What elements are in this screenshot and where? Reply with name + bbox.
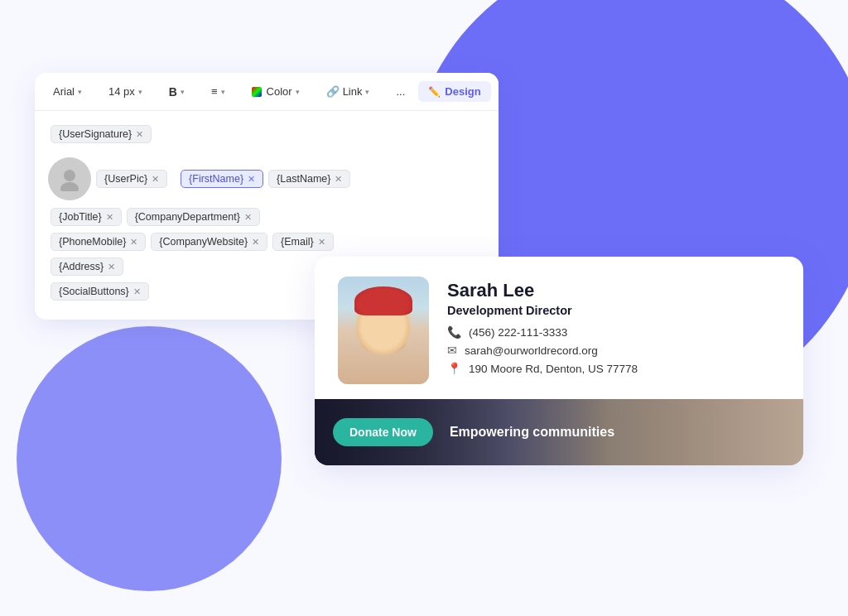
phone-icon: 📞: [447, 325, 461, 339]
align-chevron: ▾: [221, 88, 225, 96]
preview-email-value: sarah@ourworldrecord.org: [465, 344, 598, 357]
preview-photo-inner: [338, 277, 429, 384]
preview-banner: Donate Now Empowering communities: [315, 399, 803, 465]
preview-top: Sarah Lee Development Director 📞 (456) 2…: [338, 277, 780, 384]
more-button[interactable]: ...: [389, 82, 412, 101]
font-size-chevron: ▾: [138, 88, 142, 96]
company-website-tag[interactable]: {CompanyWebsite} ✕: [151, 233, 267, 251]
company-website-tag-label: {CompanyWebsite}: [159, 236, 248, 248]
font-size-label: 14 px: [108, 85, 135, 98]
bold-chevron: ▾: [181, 88, 185, 96]
bold-button[interactable]: B ▾: [162, 82, 191, 102]
phone-mobile-tag[interactable]: {PhoneMobile} ✕: [51, 233, 146, 251]
email-icon: ✉: [447, 344, 457, 357]
avatar-icon: [57, 166, 82, 191]
font-family-label: Arial: [53, 85, 75, 98]
first-name-tag-label: {FirstName}: [189, 173, 243, 185]
preview-name: Sarah Lee: [447, 280, 780, 301]
email-tag-label: {Email}: [281, 236, 314, 248]
address-close-icon[interactable]: ✕: [108, 262, 115, 272]
color-label: Color: [267, 85, 292, 98]
user-signature-tag-label: {UserSignature}: [59, 128, 132, 140]
last-name-tag-label: {LastName}: [277, 173, 330, 185]
user-pic-group: {UserPic} ✕: [48, 157, 170, 200]
job-title-tag[interactable]: {JobTitle} ✕: [51, 208, 122, 226]
last-name-tag[interactable]: {LastName} ✕: [268, 170, 350, 188]
job-title-close-icon[interactable]: ✕: [106, 213, 113, 222]
preview-info: Sarah Lee Development Director 📞 (456) 2…: [447, 277, 780, 384]
tab-source[interactable]: 📄 Source: [494, 81, 499, 102]
job-title-tag-label: {JobTitle}: [59, 211, 102, 223]
align-button[interactable]: ≡ ▾: [205, 82, 232, 101]
user-signature-row: {UserSignature} ✕: [48, 123, 485, 146]
avatar: [48, 157, 91, 200]
more-label: ...: [396, 85, 405, 98]
company-website-close-icon[interactable]: ✕: [252, 238, 259, 247]
preview-address-value: 190 Moore Rd, Denton, US 77778: [469, 363, 638, 375]
background-blob-small: [17, 326, 282, 591]
preview-phone: 📞 (456) 222-111-3333: [447, 325, 780, 339]
align-label: ≡: [211, 85, 218, 98]
email-close-icon[interactable]: ✕: [318, 238, 325, 247]
job-dept-row: {JobTitle} ✕ {CompanyDepartment} ✕: [48, 205, 485, 229]
phone-mobile-close-icon[interactable]: ✕: [130, 238, 137, 247]
company-dept-tag-label: {CompanyDepartment}: [135, 211, 240, 223]
tab-design[interactable]: ✏️ Design: [418, 81, 490, 102]
link-label: Link: [343, 85, 363, 98]
bold-label: B: [169, 85, 177, 99]
link-chevron: ▾: [365, 88, 369, 96]
preview-card: Sarah Lee Development Director 📞 (456) 2…: [315, 257, 803, 465]
social-buttons-tag-label: {SocialButtons}: [59, 286, 129, 297]
preview-photo: [338, 277, 429, 384]
toolbar: Arial ▾ 14 px ▾ B ▾ ≡ ▾ Color ▾ 🔗 Link ▾: [35, 73, 499, 111]
social-buttons-close-icon[interactable]: ✕: [133, 287, 141, 296]
user-pic-tag-label: {UserPic}: [104, 173, 147, 185]
user-pic-tag[interactable]: {UserPic} ✕: [96, 170, 167, 188]
company-dept-tag[interactable]: {CompanyDepartment} ✕: [127, 208, 260, 226]
banner-text: Empowering communities: [450, 425, 614, 440]
font-family-selector[interactable]: Arial ▾: [46, 82, 89, 101]
color-button[interactable]: Color ▾: [245, 82, 306, 101]
preview-title: Development Director: [447, 304, 780, 317]
phone-mobile-tag-label: {PhoneMobile}: [59, 236, 126, 248]
email-tag[interactable]: {Email} ✕: [272, 233, 334, 251]
last-name-close-icon[interactable]: ✕: [335, 175, 342, 184]
color-chevron: ▾: [296, 88, 300, 96]
first-name-close-icon[interactable]: ✕: [248, 175, 255, 184]
donate-now-button[interactable]: Donate Now: [333, 418, 433, 446]
social-buttons-tag[interactable]: {SocialButtons} ✕: [51, 282, 149, 301]
tab-design-label: Design: [445, 85, 480, 98]
preview-email: ✉ sarah@ourworldrecord.org: [447, 344, 780, 357]
name-tags-group: {FirstName} ✕ {LastName} ✕: [178, 167, 353, 190]
address-tag[interactable]: {Address} ✕: [51, 257, 123, 276]
svg-point-1: [60, 182, 79, 191]
user-signature-tag[interactable]: {UserSignature} ✕: [51, 125, 152, 143]
user-pic-close-icon[interactable]: ✕: [152, 175, 159, 184]
font-size-selector[interactable]: 14 px ▾: [102, 82, 149, 101]
link-button[interactable]: 🔗 Link ▾: [320, 82, 377, 101]
preview-address: 📍 190 Moore Rd, Denton, US 77778: [447, 362, 780, 375]
first-name-tag[interactable]: {FirstName} ✕: [181, 170, 263, 188]
company-dept-close-icon[interactable]: ✕: [244, 213, 252, 222]
address-tag-label: {Address}: [59, 261, 104, 272]
location-icon: 📍: [447, 362, 461, 375]
user-signature-close-icon[interactable]: ✕: [136, 130, 143, 139]
contact-row: {PhoneMobile} ✕ {CompanyWebsite} ✕ {Emai…: [48, 230, 485, 253]
svg-point-0: [64, 170, 75, 181]
preview-phone-value: (456) 222-111-3333: [469, 326, 567, 339]
color-swatch-icon: [252, 87, 262, 97]
font-family-chevron: ▾: [78, 88, 82, 96]
design-icon: ✏️: [428, 86, 441, 98]
link-icon: 🔗: [326, 85, 340, 98]
profile-row: {UserPic} ✕ {FirstName} ✕ {LastName} ✕: [48, 157, 485, 200]
